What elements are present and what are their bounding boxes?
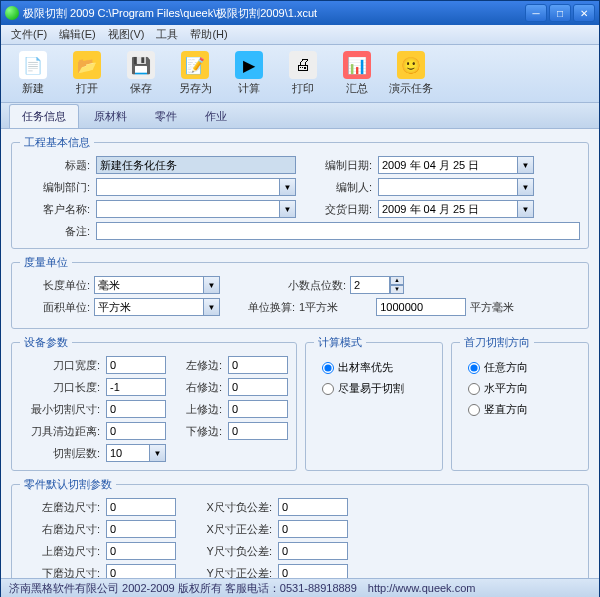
toolbar-icon: 💾: [127, 51, 155, 79]
app-icon: [5, 6, 19, 20]
tab[interactable]: 作业: [192, 104, 240, 128]
spin-up-icon[interactable]: ▲: [390, 276, 404, 285]
input-title[interactable]: [96, 156, 296, 174]
toolbar-button[interactable]: 🖨打印: [279, 49, 327, 99]
input-dept[interactable]: [96, 178, 280, 196]
len-dropdown-icon[interactable]: ▼: [204, 276, 220, 294]
dept-dropdown-icon[interactable]: ▼: [280, 178, 296, 196]
close-button[interactable]: ✕: [573, 4, 595, 22]
l-rg: 右磨边尺寸:: [20, 522, 100, 537]
i-tm[interactable]: [228, 400, 288, 418]
input-customer[interactable]: [96, 200, 280, 218]
tabbar: 任务信息原材料零件作业: [1, 103, 599, 129]
input-conv[interactable]: [376, 298, 466, 316]
i-clear[interactable]: [106, 422, 166, 440]
menu-item[interactable]: 帮助(H): [184, 25, 233, 44]
toolbar-button[interactable]: 📊汇总: [333, 49, 381, 99]
i-bm[interactable]: [228, 422, 288, 440]
window-title: 极限切割 2009 C:\Program Files\queek\极限切割200…: [23, 6, 525, 21]
radio-dir-any[interactable]: 任意方向: [468, 360, 572, 375]
i-lm[interactable]: [228, 356, 288, 374]
l-lm: 左修边:: [172, 358, 222, 373]
i-kw[interactable]: [106, 356, 166, 374]
toolbar-button[interactable]: 📂打开: [63, 49, 111, 99]
label-date2: 交货日期:: [302, 202, 372, 217]
author-dropdown-icon[interactable]: ▼: [518, 178, 534, 196]
toolbar-button[interactable]: 🙂演示任务: [387, 49, 435, 99]
i-yn[interactable]: [278, 542, 348, 560]
l-yp: Y尺寸正公差:: [182, 566, 272, 579]
area-dropdown-icon[interactable]: ▼: [204, 298, 220, 316]
minimize-button[interactable]: ─: [525, 4, 547, 22]
tab[interactable]: 原材料: [81, 104, 140, 128]
toolbar-icon: 🖨: [289, 51, 317, 79]
l-bm: 下修边:: [172, 424, 222, 439]
legend-part: 零件默认切割参数: [20, 477, 116, 492]
toolbar-label: 演示任务: [389, 81, 433, 96]
group-device: 设备参数 刀口宽度: 左修边: 刀口长度: 右修边: 最小切割尺寸: 上修边: …: [11, 335, 297, 471]
tab[interactable]: 零件: [142, 104, 190, 128]
group-part-defaults: 零件默认切割参数 左磨边尺寸: X尺寸负公差: 右磨边尺寸: X尺寸正公差: 上…: [11, 477, 589, 578]
toolbar-button[interactable]: 📄新建: [9, 49, 57, 99]
group-unit: 度量单位 长度单位: ▼ 小数点位数: ▲▼ 面积单位: ▼ 单位换算: 1平方…: [11, 255, 589, 329]
i-lg[interactable]: [106, 498, 176, 516]
i-tg[interactable]: [106, 542, 176, 560]
date2-dropdown-icon[interactable]: ▼: [518, 200, 534, 218]
toolbar-button[interactable]: 📝另存为: [171, 49, 219, 99]
toolbar-label: 另存为: [179, 81, 212, 96]
i-rm[interactable]: [228, 378, 288, 396]
i-rg[interactable]: [106, 520, 176, 538]
content-area: 工程基本信息 标题: 编制日期: ▼ 编制部门: ▼ 编制人: ▼ 客户名称: …: [1, 129, 599, 578]
group-calc-mode: 计算模式 出材率优先 尽量易于切割: [305, 335, 443, 471]
toolbar-label: 计算: [238, 81, 260, 96]
radio-yield-first[interactable]: 出材率优先: [322, 360, 426, 375]
l-xp: X尺寸正公差:: [182, 522, 272, 537]
input-remark[interactable]: [96, 222, 580, 240]
input-decimal[interactable]: [350, 276, 390, 294]
radio-dir-h[interactable]: 水平方向: [468, 381, 572, 396]
l-bg: 下磨边尺寸:: [20, 566, 100, 579]
i-xn[interactable]: [278, 498, 348, 516]
toolbar-icon: 📂: [73, 51, 101, 79]
cust-dropdown-icon[interactable]: ▼: [280, 200, 296, 218]
statusbar: 济南黑格软件有限公司 2002-2009 版权所有 客服电话：0531-8891…: [1, 578, 599, 597]
l-kl: 刀口长度:: [20, 380, 100, 395]
i-kl[interactable]: [106, 378, 166, 396]
input-author[interactable]: [378, 178, 518, 196]
label-conv: 单位换算:: [248, 300, 295, 315]
menu-item[interactable]: 编辑(E): [53, 25, 102, 44]
layer-dropdown-icon[interactable]: ▼: [150, 444, 166, 462]
radio-label-easy: 尽量易于切割: [338, 381, 404, 396]
input-deliver-date[interactable]: [378, 200, 518, 218]
i-yp[interactable]: [278, 564, 348, 578]
select-len-unit[interactable]: [94, 276, 204, 294]
menu-item[interactable]: 文件(F): [5, 25, 53, 44]
select-layer[interactable]: [106, 444, 150, 462]
toolbar-button[interactable]: ▶计算: [225, 49, 273, 99]
label-date1: 编制日期:: [302, 158, 372, 173]
input-compile-date[interactable]: [378, 156, 518, 174]
radio-easy-cut[interactable]: 尽量易于切割: [322, 381, 426, 396]
menu-item[interactable]: 工具: [150, 25, 184, 44]
l-tm: 上修边:: [172, 402, 222, 417]
toolbar-label: 打印: [292, 81, 314, 96]
i-xp[interactable]: [278, 520, 348, 538]
select-area-unit[interactable]: [94, 298, 204, 316]
toolbar-icon: 📊: [343, 51, 371, 79]
l-rm: 右修边:: [172, 380, 222, 395]
date1-dropdown-icon[interactable]: ▼: [518, 156, 534, 174]
l-kw: 刀口宽度:: [20, 358, 100, 373]
titlebar: 极限切割 2009 C:\Program Files\queek\极限切割200…: [1, 1, 599, 25]
i-bg[interactable]: [106, 564, 176, 578]
label-conv-suf: 平方毫米: [470, 300, 514, 315]
toolbar-button[interactable]: 💾保存: [117, 49, 165, 99]
i-min[interactable]: [106, 400, 166, 418]
tab[interactable]: 任务信息: [9, 104, 79, 128]
maximize-button[interactable]: □: [549, 4, 571, 22]
spin-down-icon[interactable]: ▼: [390, 285, 404, 294]
menu-item[interactable]: 视图(V): [102, 25, 151, 44]
label-dept: 编制部门:: [20, 180, 90, 195]
label-len-unit: 长度单位:: [20, 278, 90, 293]
label-area-unit: 面积单位:: [20, 300, 90, 315]
radio-dir-v[interactable]: 竖直方向: [468, 402, 572, 417]
